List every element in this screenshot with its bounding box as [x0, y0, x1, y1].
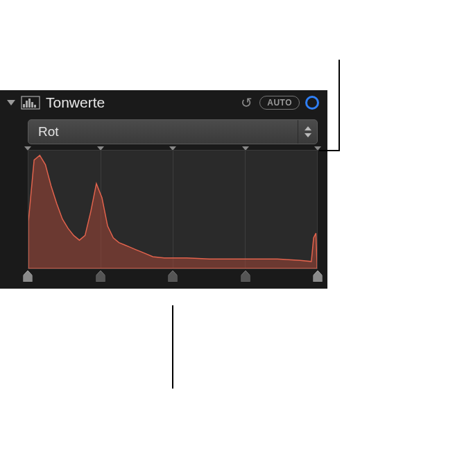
histogram-container [28, 150, 318, 283]
levels-handle[interactable] [169, 271, 178, 282]
levels-panel: Tonwerte ↺ AUTO Rot [0, 90, 327, 289]
callout-line [172, 305, 173, 389]
levels-handle[interactable] [96, 271, 105, 282]
undo-icon[interactable]: ↺ [239, 94, 254, 111]
callout-line [339, 60, 340, 151]
panel-title: Tonwerte [46, 94, 233, 111]
histogram-curve [28, 151, 317, 269]
panel-header: Tonwerte ↺ AUTO [0, 90, 327, 115]
svg-rect-5 [34, 105, 36, 108]
enable-toggle-icon[interactable] [305, 96, 319, 110]
levels-handle[interactable] [314, 271, 323, 282]
svg-rect-4 [31, 102, 33, 108]
channel-dropdown[interactable]: Rot [28, 119, 318, 144]
callout-line [319, 150, 340, 151]
histogram [28, 150, 318, 269]
handle-row [28, 271, 318, 283]
channel-dropdown-label: Rot [28, 124, 298, 139]
svg-rect-1 [23, 104, 25, 108]
levels-icon [21, 96, 40, 110]
svg-rect-3 [28, 99, 31, 108]
chevron-down-icon [305, 133, 311, 137]
levels-handle[interactable] [24, 271, 33, 282]
stepper-icon [298, 120, 317, 144]
disclosure-triangle-icon[interactable] [7, 100, 15, 105]
chevron-up-icon [305, 126, 311, 130]
svg-rect-2 [26, 101, 28, 108]
levels-handle[interactable] [241, 271, 250, 282]
auto-button[interactable]: AUTO [259, 96, 300, 110]
